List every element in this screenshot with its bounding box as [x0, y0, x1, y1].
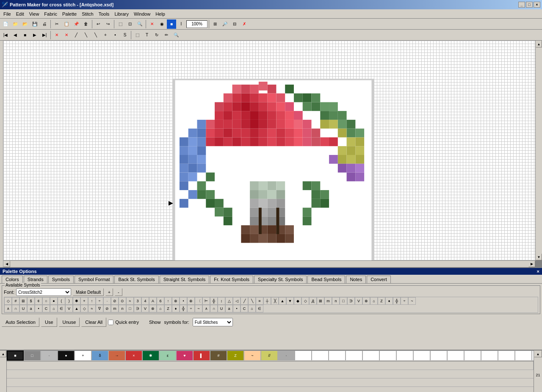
paste-button[interactable]: 📌	[72, 19, 81, 29]
palette-cell-empty13[interactable]	[498, 351, 515, 361]
menu-edit[interactable]: Edit	[14, 11, 27, 17]
palette-cell-empty14[interactable]	[515, 351, 532, 361]
tab-symbols[interactable]: Symbols	[48, 276, 74, 283]
sym-5[interactable]: ¢	[35, 297, 42, 305]
sym-r2-30[interactable]: a	[225, 305, 233, 312]
sym-54[interactable]: ~	[408, 297, 416, 305]
menu-file[interactable]: File	[1, 11, 14, 17]
tab-strands[interactable]: Strands	[24, 276, 47, 283]
zoom-out-btn[interactable]: 🔎	[220, 19, 230, 29]
sym-r2-21[interactable]: ⌂	[157, 305, 164, 312]
quarter-stitch-btn[interactable]: ╲	[81, 30, 91, 40]
save-open-button[interactable]: 📂	[20, 19, 30, 29]
text-I-btn[interactable]: I	[177, 19, 186, 29]
sym-15[interactable]: ⊘	[111, 297, 119, 305]
menu-help[interactable]: Help	[153, 11, 168, 17]
sym-51[interactable]: ♦	[385, 297, 393, 305]
zoom-in-button[interactable]: 🔍	[135, 19, 144, 29]
minus-btn[interactable]: -	[115, 288, 122, 296]
palette-cell-empty6[interactable]	[379, 351, 396, 361]
sym-r2-28[interactable]: ∩	[210, 305, 218, 312]
half-stitch-btn[interactable]: ╱	[72, 30, 81, 40]
print-button[interactable]: 🖨	[40, 19, 49, 29]
sym-28[interactable]: ╬	[210, 297, 218, 305]
tab-symbol-format[interactable]: Symbol Format	[75, 276, 114, 283]
scroll-track[interactable]	[536, 47, 542, 254]
color-btn[interactable]: ■	[167, 19, 176, 29]
sym-r2-2[interactable]: ∩	[12, 305, 19, 312]
palette-cell-empty1[interactable]	[295, 351, 312, 361]
sym-r2-16[interactable]: n	[119, 305, 126, 312]
menu-view[interactable]: View	[27, 11, 42, 17]
first-btn[interactable]: |◀	[1, 30, 10, 40]
grid-toggle[interactable]: ⊞	[210, 19, 220, 29]
sym-4[interactable]: $	[27, 297, 35, 305]
palette-cell-gray[interactable]: □	[24, 351, 41, 361]
sym-39[interactable]: ◆	[294, 297, 301, 305]
tab-specialty[interactable]: Specialty St. Symbols	[254, 276, 307, 283]
palette-cell-empty12[interactable]	[481, 351, 498, 361]
back-stitch-btn[interactable]: ╲	[91, 30, 100, 40]
scroll-h-track[interactable]	[10, 261, 528, 267]
sym-7[interactable]: ●	[50, 297, 58, 305]
palette-right-up[interactable]: ▲	[534, 351, 542, 357]
palette-cell-ltgreen[interactable]: ε	[159, 351, 176, 361]
sym-29[interactable]: ↕	[218, 297, 225, 305]
palette-cell-dk[interactable]: ●	[58, 351, 75, 361]
sym-r2-6[interactable]: C	[42, 305, 50, 312]
sym-r2-10[interactable]: ▲	[73, 305, 80, 312]
copy-button[interactable]: 📋	[62, 19, 71, 29]
sym-r2-29[interactable]: U	[218, 305, 225, 312]
palette-cell-red[interactable]: ×	[125, 351, 142, 361]
sym-r2-15[interactable]: m	[111, 305, 119, 312]
sym-8[interactable]: (	[58, 297, 65, 305]
stop-btn[interactable]: ■	[20, 30, 30, 40]
sym-16[interactable]: ⊙	[119, 297, 126, 305]
open-button[interactable]: 📁	[11, 19, 20, 29]
bottom-scrollbar[interactable]: ◀ ▶	[3, 260, 535, 267]
palette-cell-empty3[interactable]	[329, 351, 346, 361]
palette-cell-blue1[interactable]: δ	[91, 351, 108, 361]
palette-cell-empty4[interactable]	[346, 351, 362, 361]
delete-x-button[interactable]: ✕	[147, 19, 157, 29]
palette-cell-pink[interactable]: ♥	[176, 351, 193, 361]
sym-35[interactable]: ┼	[263, 297, 271, 305]
clear-all-btn[interactable]: Clear All	[81, 317, 106, 327]
tab-fr-knot[interactable]: Fr. Knot Symbols	[210, 276, 253, 283]
sym-21[interactable]: 6	[157, 297, 164, 305]
sym-2[interactable]: #	[12, 297, 19, 305]
palette-cell-brown[interactable]: #	[210, 351, 227, 361]
sym-33[interactable]: ╲	[248, 297, 256, 305]
menu-tools[interactable]: Tools	[96, 11, 112, 17]
palette-cell-light[interactable]: ·	[41, 351, 58, 361]
sym-r2-19[interactable]: V	[141, 305, 149, 312]
sym-23[interactable]: ⊗	[172, 297, 180, 305]
sym-r2-18[interactable]: ∋	[134, 305, 141, 312]
prev-btn[interactable]: ◀	[11, 30, 20, 40]
menu-window[interactable]: Window	[131, 11, 153, 17]
menu-fabric[interactable]: Fabric	[41, 11, 60, 17]
undo-button[interactable]: ↩	[94, 19, 103, 29]
sym-47[interactable]: V	[355, 297, 362, 305]
sym-52[interactable]: ╬	[393, 297, 401, 305]
sym-36[interactable]: ╳	[271, 297, 279, 305]
palette-cell-peach[interactable]: ~	[244, 351, 261, 361]
palette-cell-yellow[interactable]: //	[261, 351, 278, 361]
palette-up-arrow[interactable]: ▲	[0, 351, 6, 357]
right-scrollbar[interactable]: ▲ ▼	[535, 41, 542, 260]
menu-stitch[interactable]: Stitch	[79, 11, 96, 17]
sym-r2-14[interactable]: ⊘	[103, 305, 111, 312]
sym-3[interactable]: ⊞	[19, 297, 27, 305]
plus-btn[interactable]: +	[105, 288, 113, 296]
next-btn[interactable]: ▶	[30, 30, 39, 40]
sym-r2-3[interactable]: U	[19, 305, 27, 312]
sym-1[interactable]: ◇	[4, 297, 12, 305]
minimize-button[interactable]: _	[518, 2, 525, 8]
palette-cell-empty7[interactable]	[396, 351, 413, 361]
cross-stitch-btn[interactable]: ✕	[52, 30, 61, 40]
auto-selection-btn[interactable]: Auto Selection	[2, 317, 39, 327]
tab-back-st[interactable]: Back St. Symbols	[114, 276, 158, 283]
tab-convert[interactable]: Convert	[367, 276, 391, 283]
last-btn[interactable]: ▶|	[40, 30, 49, 40]
sym-38[interactable]: ▼	[286, 297, 294, 305]
